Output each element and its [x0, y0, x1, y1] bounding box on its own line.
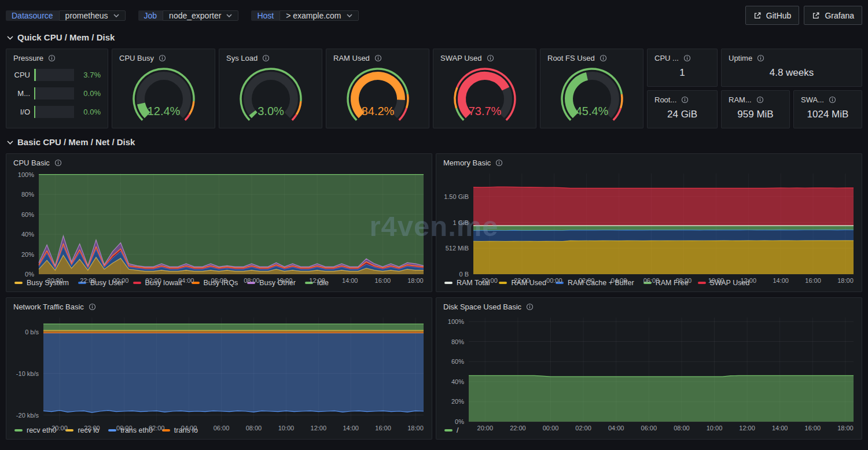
- panel-swap-total: SWA... 1024 MiB: [793, 90, 862, 128]
- info-icon[interactable]: [599, 54, 607, 62]
- svg-text:08:00: 08:00: [246, 425, 262, 431]
- panel-title[interactable]: CPU Busy: [119, 54, 154, 62]
- variable-job: Job node_exporter: [138, 10, 239, 21]
- job-select[interactable]: node_exporter: [163, 10, 238, 21]
- variable-host: Host > example.com: [251, 10, 358, 21]
- ram-used-gauge: 84.2%: [326, 64, 429, 128]
- svg-text:1 GiB: 1 GiB: [453, 219, 469, 226]
- info-icon[interactable]: [54, 159, 62, 167]
- panel-cpu-cores: CPU ... 1: [647, 49, 718, 87]
- info-icon[interactable]: [89, 303, 96, 311]
- panel-memory-basic: Memory Basic 0 B512 MiB1 GiB1.50 GiB20:0…: [436, 153, 862, 292]
- pressure-rows: CPU 3.7% M... 0.0% I/O 0.0%: [6, 64, 108, 118]
- chevron-down-icon: [226, 14, 232, 17]
- panel-title[interactable]: SWA...: [801, 95, 824, 104]
- memory-basic-plot[interactable]: 0 B512 MiB1 GiB1.50 GiB20:0022:0000:0002…: [436, 169, 862, 278]
- panel-title[interactable]: SWAP Used: [440, 54, 482, 62]
- info-icon[interactable]: [48, 54, 56, 62]
- panel-disk-space-used-basic: Disk Space Used Basic 0%20%40%60%80%100%…: [436, 297, 862, 440]
- panel-title[interactable]: Uptime: [729, 54, 752, 62]
- chevron-down-icon: [347, 14, 352, 17]
- svg-text:08:00: 08:00: [244, 277, 260, 284]
- svg-text:16:00: 16:00: [805, 425, 821, 431]
- panel-title[interactable]: Sys Load: [226, 54, 258, 62]
- root-fs-used-gauge: 45.4%: [540, 64, 643, 128]
- svg-text:0%: 0%: [455, 418, 464, 425]
- svg-text:06:00: 06:00: [641, 425, 657, 431]
- datasource-select[interactable]: prometheus: [59, 10, 126, 21]
- panel-title[interactable]: Network Traffic Basic: [13, 303, 84, 311]
- svg-text:20:00: 20:00: [477, 425, 494, 431]
- pressure-bar-gauge: [34, 87, 74, 99]
- panel-title[interactable]: RAM Used: [333, 54, 370, 62]
- svg-text:100%: 100%: [448, 318, 464, 325]
- section-basic-cpu-mem-net-disk[interactable]: Basic CPU / Mem / Net / Disk: [7, 135, 862, 149]
- github-link-button[interactable]: GitHub: [745, 6, 800, 25]
- job-value: node_exporter: [169, 11, 221, 20]
- network-traffic-plot[interactable]: 0 b/s-10 kb/s-20 kb/s20:0022:0000:0002:0…: [6, 313, 432, 425]
- svg-text:06:00: 06:00: [214, 425, 230, 431]
- svg-text:00:00: 00:00: [543, 425, 559, 431]
- svg-text:14:00: 14:00: [772, 425, 788, 431]
- svg-text:40%: 40%: [451, 378, 464, 385]
- panel-title[interactable]: Disk Space Used Basic: [443, 303, 521, 311]
- svg-text:08:00: 08:00: [676, 277, 692, 284]
- svg-text:14:00: 14:00: [343, 425, 359, 431]
- info-icon[interactable]: [681, 96, 689, 104]
- panel-network-traffic-basic: Network Traffic Basic 0 b/s-10 kb/s-20 k…: [6, 297, 432, 440]
- info-icon[interactable]: [683, 54, 691, 62]
- dashboard-topbar: Datasource prometheus Job node_exporter …: [6, 6, 862, 25]
- cpu-basic-plot[interactable]: 0%20%40%60%80%100%20:0022:0000:0002:0004…: [6, 169, 432, 278]
- panel-cpu-basic: CPU Basic 0%20%40%60%80%100%20:0022:0000…: [6, 153, 432, 292]
- svg-text:0 b/s: 0 b/s: [25, 329, 39, 335]
- svg-text:00:00: 00:00: [116, 425, 133, 431]
- svg-text:20:00: 20:00: [481, 277, 498, 284]
- svg-text:12:00: 12:00: [309, 277, 325, 284]
- svg-text:3.0%: 3.0%: [258, 105, 284, 117]
- svg-text:18:00: 18:00: [837, 425, 854, 431]
- svg-text:00:00: 00:00: [113, 277, 129, 284]
- panel-title[interactable]: CPU Basic: [13, 158, 50, 167]
- panel-title[interactable]: Pressure: [13, 54, 43, 62]
- svg-text:-20 kb/s: -20 kb/s: [16, 412, 39, 419]
- stats-block: CPU ... 1 Uptime 4.8 weeks Root...: [647, 49, 862, 128]
- panel-title[interactable]: RAM...: [729, 95, 752, 104]
- svg-text:00:00: 00:00: [546, 277, 562, 284]
- panel-title[interactable]: Root FS Used: [547, 54, 595, 62]
- info-icon[interactable]: [829, 96, 836, 104]
- stat-value: 959 MiB: [722, 106, 789, 128]
- svg-text:16:00: 16:00: [805, 277, 821, 284]
- pressure-row-value: 0.0%: [74, 89, 101, 98]
- pressure-row-value: 3.7%: [74, 71, 101, 79]
- stat-value: 24 GiB: [648, 106, 717, 128]
- info-icon[interactable]: [374, 54, 382, 62]
- github-button-label: GitHub: [766, 11, 792, 20]
- info-icon[interactable]: [495, 159, 503, 167]
- svg-text:02:00: 02:00: [575, 425, 591, 431]
- panel-title[interactable]: CPU ...: [654, 54, 679, 62]
- panel-title[interactable]: Memory Basic: [443, 158, 491, 167]
- info-icon[interactable]: [487, 54, 494, 62]
- svg-text:10:00: 10:00: [708, 277, 724, 284]
- section-quick-cpu-mem-disk[interactable]: Quick CPU / Mem / Disk: [7, 30, 862, 44]
- host-label: Host: [251, 10, 279, 21]
- info-icon[interactable]: [159, 54, 166, 62]
- host-value: > example.com: [286, 11, 341, 20]
- info-icon[interactable]: [526, 303, 534, 311]
- disk-space-plot[interactable]: 0%20%40%60%80%100%20:0022:0000:0002:0004…: [436, 313, 862, 425]
- swap-used-gauge: 73.7%: [433, 64, 536, 128]
- svg-text:45.4%: 45.4%: [575, 105, 608, 117]
- svg-text:16:00: 16:00: [375, 425, 391, 431]
- svg-text:04:00: 04:00: [611, 277, 627, 284]
- job-label: Job: [138, 10, 163, 21]
- info-icon[interactable]: [262, 54, 270, 62]
- svg-text:10:00: 10:00: [277, 277, 293, 284]
- svg-text:22:00: 22:00: [510, 425, 526, 431]
- host-select[interactable]: > example.com: [279, 10, 358, 21]
- grafana-link-button[interactable]: Grafana: [804, 6, 862, 25]
- panel-title[interactable]: Root...: [654, 95, 676, 104]
- datasource-label: Datasource: [6, 10, 59, 21]
- stat-value: 1: [648, 64, 717, 86]
- info-icon[interactable]: [756, 96, 764, 104]
- info-icon[interactable]: [757, 54, 764, 62]
